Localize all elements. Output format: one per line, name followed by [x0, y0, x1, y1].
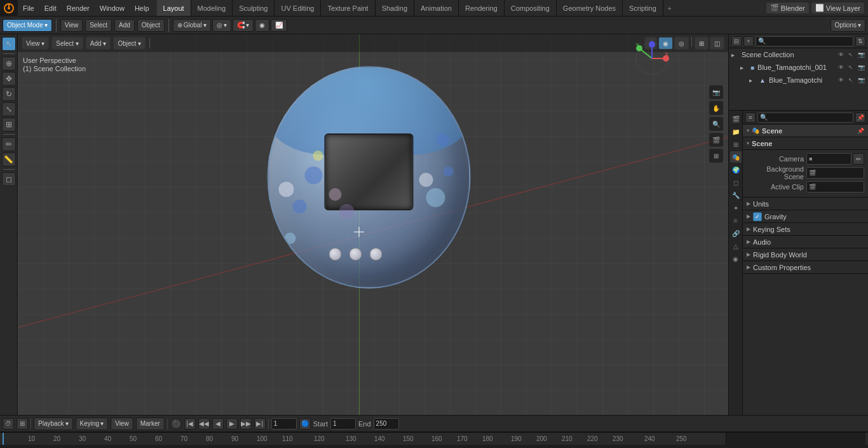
custom-props-section[interactable]: ▶ Custom Properties	[743, 261, 868, 274]
select-menu[interactable]: Select	[85, 19, 112, 32]
gravity-section[interactable]: ▶ ✓ Gravity	[743, 210, 868, 223]
render-shade-btn[interactable]: ◎	[674, 37, 689, 50]
tab-rendering[interactable]: Rendering	[459, 0, 505, 16]
menu-file[interactable]: File	[18, 0, 39, 16]
transform-selector[interactable]: ⊕ Global ▾	[173, 19, 211, 32]
add-object-tool[interactable]: ◻	[2, 172, 16, 186]
overlay-btn[interactable]: ⊞	[695, 37, 709, 50]
vph-select-btn[interactable]: Select ▾	[51, 37, 83, 50]
outliner-sort-btn[interactable]: ⇅	[855, 36, 865, 46]
tab-uv-editing[interactable]: UV Editing	[275, 0, 321, 16]
tab-texture-paint[interactable]: Texture Paint	[321, 0, 375, 16]
props-pin-btn[interactable]: 📌	[855, 112, 865, 123]
snap-btn[interactable]: 🧲 ▾	[233, 19, 254, 32]
play-btn[interactable]: ▶	[226, 418, 238, 430]
tab-sculpting[interactable]: Sculpting	[233, 0, 275, 16]
tab-shading[interactable]: Shading	[376, 0, 414, 16]
vph-object-btn[interactable]: Object ▾	[113, 37, 146, 50]
prop-tab-physics[interactable]: ⚛	[730, 215, 742, 226]
tab-layout[interactable]: Layout	[157, 0, 191, 16]
vph-view-btn[interactable]: View ▾	[22, 37, 49, 50]
menu-help[interactable]: Help	[130, 0, 154, 16]
graph-btn[interactable]: 📈	[271, 19, 287, 32]
vp-hand-icon[interactable]: ✋	[709, 101, 723, 115]
prop-tab-scene[interactable]: 🎭	[730, 151, 742, 163]
tab-compositing[interactable]: Compositing	[505, 0, 557, 16]
marker-btn[interactable]: Marker	[136, 417, 165, 430]
menu-edit[interactable]: Edit	[39, 0, 62, 16]
rotate-tool[interactable]: ↻	[2, 87, 16, 101]
outliner-visible-icon[interactable]: 👁	[836, 50, 845, 59]
keying-sets-section[interactable]: ▶ Keying Sets	[743, 223, 868, 236]
object-item-1[interactable]: ▸ ▲ Blue_Tamagotchi 👁 ↖ 📷	[729, 74, 868, 86]
prev-keyframe-btn[interactable]: ◀◀	[198, 418, 210, 430]
prop-tab-data[interactable]: △	[730, 240, 742, 252]
prop-tab-output[interactable]: 📁	[730, 126, 742, 137]
options-btn[interactable]: Options ▾	[831, 19, 865, 32]
gravity-checkbox[interactable]: ✓	[753, 212, 762, 221]
tab-scripting[interactable]: Scripting	[623, 0, 663, 16]
tab-geometry-nodes[interactable]: Geometry Nodes	[557, 0, 623, 16]
vp-zoom-icon[interactable]: 🔍	[709, 117, 723, 131]
annotate-tool[interactable]: ✏	[2, 137, 16, 151]
outliner-search-input[interactable]	[756, 36, 853, 46]
view-menu[interactable]: View	[60, 19, 83, 32]
mode-selector[interactable]: Object Mode ▾	[3, 19, 52, 32]
bg-scene-field[interactable]: 🎬	[806, 167, 864, 179]
scene-properties-header[interactable]: ▾ 🎭 Scene 📌	[743, 125, 868, 137]
vp-layers-icon[interactable]: ⊞	[709, 149, 723, 163]
units-section[interactable]: ▶ Units	[743, 198, 868, 210]
jump-end-btn[interactable]: ▶|	[254, 418, 266, 430]
rigid-body-section[interactable]: ▶ Rigid Body World	[743, 248, 868, 261]
prop-tab-view-layer[interactable]: ⊞	[730, 139, 742, 150]
outliner-new-collection-btn[interactable]: +	[743, 36, 754, 46]
measure-tool[interactable]: 📏	[2, 153, 16, 166]
camera-field[interactable]: ■	[806, 153, 851, 165]
use-preview-range-btn[interactable]: 🔵	[299, 418, 311, 430]
vp-camera-icon[interactable]: 📷	[709, 85, 723, 99]
active-clip-field[interactable]: 🎬	[806, 181, 864, 193]
play-audio-btn[interactable]: ⚫	[170, 418, 182, 430]
prop-tab-particles[interactable]: ✦	[730, 202, 742, 214]
vph-add-btn[interactable]: Add ▾	[86, 37, 111, 50]
outliner-filter-btn[interactable]: ⊟	[731, 36, 742, 46]
scene-subsection-header[interactable]: ▾ Scene	[743, 137, 868, 150]
prop-tab-object[interactable]: ◻	[730, 177, 742, 188]
timeline-view-range-btn[interactable]: ⊞	[17, 418, 28, 430]
playback-btn[interactable]: Playback ▾	[34, 417, 73, 430]
end-frame-field[interactable]: 250	[374, 418, 399, 430]
vp-render-icon[interactable]: 🎬	[709, 133, 723, 147]
xray-btn[interactable]: ◫	[710, 37, 724, 50]
select-tool[interactable]: ↖	[2, 37, 16, 51]
prop-tab-world[interactable]: 🌍	[730, 164, 742, 175]
props-search-input[interactable]	[757, 112, 853, 123]
collection-item-0[interactable]: ▸ ■ Blue_Tamagotchi_001 👁 ↖ 📷	[729, 61, 868, 74]
orientation-gizmo[interactable]: X Y Z	[633, 39, 671, 78]
current-frame-field[interactable]: 1	[271, 418, 297, 430]
tab-modeling[interactable]: Modeling	[191, 0, 233, 16]
pivot-selector[interactable]: ◎ ▾	[212, 19, 231, 32]
outliner-select-icon[interactable]: ↖	[846, 50, 855, 59]
scene-selector[interactable]: 🎬 Blender	[766, 3, 809, 13]
timeline-view-btn[interactable]: View	[111, 417, 133, 430]
obj-visible-1[interactable]: 👁	[836, 76, 845, 85]
transform-tool[interactable]: ⊞	[2, 118, 16, 132]
add-menu[interactable]: Add	[114, 19, 135, 32]
outliner-render-icon[interactable]: 📷	[857, 50, 865, 59]
timeline-editor-type-btn[interactable]: ⏱	[3, 418, 14, 430]
camera-edit-btn[interactable]: ✏	[853, 153, 864, 165]
menu-render[interactable]: Render	[62, 0, 95, 16]
jump-start-btn[interactable]: |◀	[184, 418, 196, 430]
collection-select-0[interactable]: ↖	[846, 63, 855, 72]
cursor-tool[interactable]: ⊕	[2, 57, 16, 71]
prop-tab-material[interactable]: ◉	[730, 253, 742, 264]
props-filter-btn[interactable]: ≡	[745, 112, 756, 123]
keying-btn[interactable]: Keying ▾	[76, 417, 109, 430]
prop-tab-render[interactable]: 🎬	[730, 113, 742, 125]
menu-window[interactable]: Window	[95, 0, 130, 16]
tab-animation[interactable]: Animation	[414, 0, 459, 16]
collection-render-0[interactable]: 📷	[857, 63, 865, 72]
obj-render-1[interactable]: 📷	[857, 76, 865, 85]
audio-section[interactable]: ▶ Audio	[743, 236, 868, 248]
view-layer-selector[interactable]: ⬜ View Layer	[811, 3, 864, 13]
